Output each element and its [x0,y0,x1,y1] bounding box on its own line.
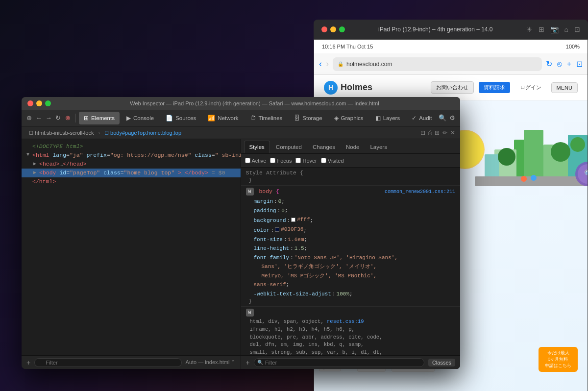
head-content: <head>…</head> [39,161,87,167]
inspector-add-button[interactable]: ⊕ [25,112,33,124]
browser-share-icon[interactable]: ⎋ [557,60,562,69]
tab-network[interactable]: 📶 Network [203,112,243,124]
login-button[interactable]: ログイン [515,82,546,93]
styles-tab-layers[interactable]: Layers [365,141,392,153]
inspector-stop-button[interactable]: ⊗ [64,112,72,124]
tab-layers[interactable]: ◧ Layers [370,112,405,124]
browser-sidebar-icon[interactable]: ⊡ [576,59,583,69]
visited-label: Visited [328,158,344,164]
styles-tab-styles[interactable]: Styles [244,141,270,153]
breadcrumb-body-label: body#pageTop.home.blog.top [110,130,181,136]
browser-refresh-icon[interactable]: ↻ [546,59,552,69]
style-attr-header: Style Attribute { [246,170,456,176]
focus-checkbox[interactable]: Focus [270,158,292,164]
dom-node-head[interactable]: <head>…</head> [22,160,241,169]
breadcrumb-html-icon: ◻ [29,129,33,136]
inspector-maximize-button[interactable] [45,100,51,106]
ipad-maximize-button[interactable] [339,26,345,32]
console-icon: ▶ [126,115,131,122]
tab-elements[interactable]: ⊞ Elements [79,112,120,124]
tab-timelines[interactable]: ⏱ Timelines [245,112,288,124]
ipad-minimize-button[interactable] [330,26,336,32]
styles-filter-input[interactable] [265,360,420,366]
breadcrumb-body[interactable]: ◻ body#pageTop.home.blog.top [102,128,184,137]
tab-audit[interactable]: ✓ Audit [407,112,437,124]
ipad-grid-icon[interactable]: ⊞ [539,25,544,33]
inspector-search-button[interactable]: 🔍 [439,112,446,124]
browser-url: holmescloud.com [346,61,392,68]
svg-point-8 [570,137,585,152]
dom-node-html-close[interactable]: </html> [22,177,241,186]
browser-actions: ↻ ⎋ + ⊡ [546,59,583,69]
inspector-close-button[interactable] [27,100,33,106]
styles-panel: Styles Computed Changes Node Layers [241,139,461,369]
inspector-window-title: Web Inspector — iPad Pro (12.9-inch) (4t… [55,100,454,106]
visited-checkbox[interactable]: Visited [321,158,344,164]
browser-back-button[interactable]: ‹ [319,59,322,69]
styles-tabs: Styles Computed Changes Node Layers [241,139,461,154]
styles-tab-computed-label: Computed [276,144,302,150]
focus-checkbox-input[interactable] [270,158,275,163]
browser-url-bar[interactable]: 🔒 holmescloud.com [333,57,542,71]
webpage-nav-right: お問い合わせ 資料請求 ログイン MENU [431,81,578,94]
hover-checkbox-input[interactable] [295,158,301,163]
dom-node-doctype[interactable]: <!DOCTYPE html> [22,142,241,151]
head-triangle[interactable] [33,161,39,167]
inspector-forward-button[interactable]: → [45,112,52,124]
contact-button[interactable]: お問い合わせ [431,81,474,94]
styles-tab-changes-label: Changes [313,144,335,150]
inspector-reload-button[interactable]: ↻ [54,112,62,124]
inspector-titlebar: Web Inspector — iPad Pro (12.9-inch) (4t… [22,97,460,110]
tab-graphics[interactable]: ◈ Graphics [329,112,368,124]
tab-sources[interactable]: 📄 Sources [161,112,201,124]
menu-button[interactable]: MENU [551,82,578,93]
visited-checkbox-input[interactable] [321,158,326,163]
styles-tab-node[interactable]: Node [341,141,365,153]
breadcrumb-node-icon[interactable]: ⊡ [420,129,425,136]
ipad-close-button[interactable] [321,26,327,32]
styles-tab-changes[interactable]: Changes [308,141,340,153]
active-checkbox-input[interactable] [245,158,250,163]
breadcrumb-html-label: html.sb-init.sb-scroll-lock [35,130,94,136]
css-font-family-2: Sans', 'ヒラギノ角ゴシック', 'メイリオ', [246,262,456,271]
body-triangle[interactable] [33,170,39,175]
breadcrumb-action-icons: ⊡ ⎙ ⊞ ✏ ✕ [420,129,455,136]
styles-tab-computed[interactable]: Computed [271,141,307,153]
breadcrumb-close-icon[interactable]: ✕ [450,129,455,136]
dom-filter-input[interactable] [34,358,181,367]
active-checkbox[interactable]: Active [245,158,267,164]
color-swatch[interactable] [275,227,279,232]
ipad-sun-icon[interactable]: ☀ [526,25,533,33]
tab-console[interactable]: ▶ Console [122,112,159,124]
styles-tab-layers-label: Layers [370,144,387,150]
html-triangle[interactable] [26,152,32,157]
dom-panel: <!DOCTYPE html> <html lang="ja" prefix="… [22,139,241,369]
dom-add-button[interactable]: + [26,359,30,367]
dom-tree: <!DOCTYPE html> <html lang="ja" prefix="… [22,139,241,355]
body-rule-source[interactable]: common_renew2001.css:211 [385,189,455,195]
breadcrumb-print-icon[interactable]: ⎙ [428,129,432,136]
breadcrumb-edit-icon[interactable]: ✏ [442,129,447,136]
breadcrumb-html[interactable]: ◻ html.sb-init.sb-scroll-lock [26,128,96,137]
ipad-camera-icon[interactable]: 📷 [550,25,559,33]
holmes-logo-icon: H [324,81,338,95]
docs-button[interactable]: 資料請求 [479,82,510,93]
dom-node-html[interactable]: <html lang="ja" prefix="og: https://ogp.… [22,151,241,160]
hover-checkbox[interactable]: Hover [295,158,317,164]
classes-button[interactable]: Classes [428,359,455,367]
dom-node-body[interactable]: <body id="pageTop" class="home blog top"… [22,169,241,177]
browser-new-tab-icon[interactable]: + [567,60,571,69]
bg-color-swatch[interactable] [291,218,295,222]
ipad-time: 10:16 PM Thu Oct 15 [322,44,373,49]
timelines-icon: ⏱ [250,115,256,122]
tab-storage[interactable]: 🗄 Storage [289,112,327,124]
inspector-settings-button[interactable]: ⚙ [448,112,456,124]
styles-add-button[interactable]: + [246,359,250,367]
ipad-screen-icon[interactable]: ⊡ [574,25,580,33]
inspector-back-button[interactable]: ← [35,112,43,124]
ipad-home-icon[interactable]: ⌂ [564,25,568,33]
svg-text:🔍: 🔍 [584,169,588,178]
reset-css-source[interactable]: reset.css:19 [327,318,364,324]
inspector-minimize-button[interactable] [36,100,42,106]
breadcrumb-grid-icon[interactable]: ⊞ [435,129,440,136]
